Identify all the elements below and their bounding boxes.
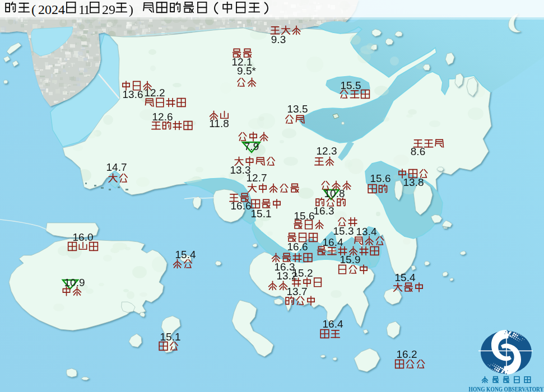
svg-text:16.3: 16.3 (314, 205, 334, 217)
svg-text:2: 2 (52, 2, 58, 17)
svg-text:16.0: 16.0 (73, 231, 94, 243)
svg-text:16.4: 16.4 (323, 318, 343, 330)
svg-text:15.5: 15.5 (341, 80, 361, 91)
svg-text:12.6: 12.6 (152, 111, 173, 123)
svg-text:9.3: 9.3 (271, 34, 286, 45)
svg-text:15.3: 15.3 (333, 225, 354, 237)
svg-text:1: 1 (83, 2, 90, 17)
svg-text:15.1: 15.1 (251, 208, 272, 220)
svg-text:0: 0 (45, 2, 52, 17)
svg-text:12.7: 12.7 (247, 172, 267, 184)
svg-text:7.9: 7.9 (244, 141, 259, 152)
svg-text:12.3: 12.3 (317, 145, 337, 157)
svg-text:2: 2 (38, 2, 45, 17)
svg-text:9: 9 (109, 2, 115, 17)
svg-text:11.8: 11.8 (209, 118, 229, 129)
svg-text:16.2: 16.2 (397, 348, 417, 360)
svg-text:13.4: 13.4 (356, 226, 377, 237)
svg-text:14.7: 14.7 (106, 161, 127, 173)
svg-text:13.5: 13.5 (287, 103, 308, 115)
svg-text:10.9: 10.9 (64, 277, 85, 288)
svg-text:13.7: 13.7 (287, 286, 308, 297)
svg-text:15.4: 15.4 (175, 249, 196, 260)
svg-text:9.5*: 9.5* (237, 65, 256, 77)
svg-text:15.6: 15.6 (370, 172, 391, 184)
svg-text:(: ( (31, 2, 36, 17)
svg-text:): ) (129, 2, 133, 17)
svg-text:4: 4 (58, 2, 65, 17)
svg-text:HONG KONG OBSERVATORY: HONG KONG OBSERVATORY (469, 385, 544, 392)
svg-text:15.9: 15.9 (340, 254, 361, 265)
svg-text:2: 2 (102, 2, 109, 17)
svg-text:16.6: 16.6 (287, 241, 308, 253)
svg-text:15.4: 15.4 (395, 272, 416, 283)
svg-text:16.4: 16.4 (323, 236, 343, 248)
svg-text:15.1: 15.1 (160, 331, 181, 343)
